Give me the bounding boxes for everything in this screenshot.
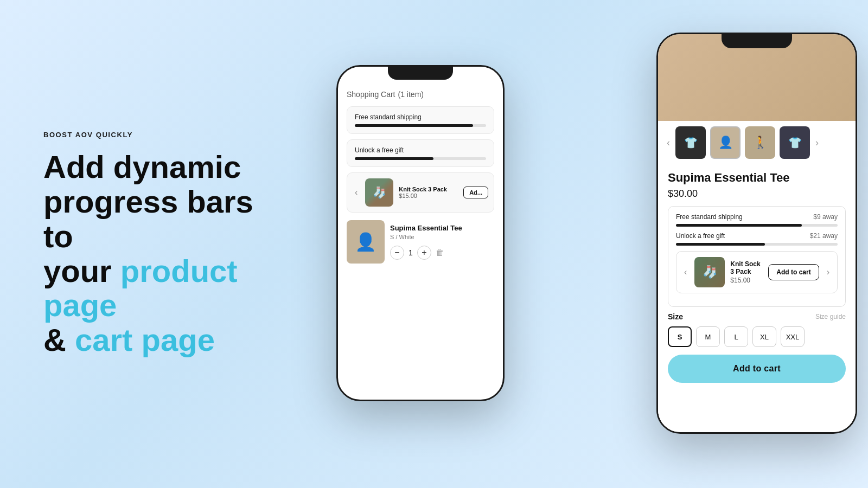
headline-cart-page: cart page bbox=[75, 322, 215, 357]
qty-control: − 1 + 🗑 bbox=[390, 246, 494, 260]
product-upsell-next-button[interactable]: › bbox=[825, 267, 832, 277]
headline-line2: progress bars to bbox=[43, 184, 253, 254]
product-upsell-name: Knit Sock 3 Pack bbox=[730, 260, 763, 275]
sock-icon: 🧦 bbox=[694, 257, 725, 287]
headline-line4-prefix: & bbox=[43, 322, 75, 357]
product-progress-gift-label: Unlock a free gift bbox=[676, 232, 725, 240]
cart-phone: Shopping Cart (1 item) Free standard shi… bbox=[336, 65, 505, 401]
thumb-prev-icon[interactable]: ‹ bbox=[666, 137, 671, 149]
upsell-name: Knit Sock 3 Pack bbox=[399, 186, 458, 192]
size-section: Size Size guide bbox=[668, 312, 846, 321]
product-progress-shipping-label: Free standard shipping bbox=[676, 213, 743, 221]
phones-section: Shopping Cart (1 item) Free standard shi… bbox=[304, 0, 868, 488]
thumbnails-row: ‹ 👕 👤 🚶 👕 › bbox=[658, 121, 856, 164]
upsell-info: Knit Sock 3 Pack $15.00 bbox=[399, 186, 458, 199]
product-upsell-info: Knit Sock 3 Pack $15.00 bbox=[730, 260, 763, 284]
product-price: $30.00 bbox=[668, 188, 846, 200]
product-phone-content: ‹ 👕 👤 🚶 👕 › Supima Essential Tee $30.0 bbox=[658, 34, 856, 432]
size-btn-s[interactable]: S bbox=[668, 326, 692, 347]
upsell-prev-button[interactable]: ‹ bbox=[353, 188, 360, 197]
cart-progress-gift-fill bbox=[355, 157, 433, 160]
eyebrow: BOOST AOV QUICKLY bbox=[43, 131, 271, 139]
product-name: Supima Essential Tee bbox=[668, 171, 846, 185]
product-info-section: Supima Essential Tee $30.00 Free standar… bbox=[658, 164, 856, 432]
cart-phone-notch bbox=[388, 67, 453, 80]
size-btn-l[interactable]: L bbox=[724, 326, 748, 347]
size-btn-xl[interactable]: XL bbox=[752, 326, 776, 347]
upsell-price: $15.00 bbox=[399, 192, 458, 199]
size-btn-xxl[interactable]: XXL bbox=[781, 326, 805, 347]
product-progress-gift-bg bbox=[676, 243, 838, 246]
headline-line1: Add dynamic bbox=[43, 149, 241, 184]
product-upsell-row: ‹ 🧦 Knit Sock 3 Pack $15.00 Add to cart … bbox=[676, 251, 838, 293]
size-options: S M L XL XXL bbox=[668, 326, 846, 347]
product-progress-shipping-bg bbox=[676, 224, 838, 227]
product-progress-gift-fill bbox=[676, 243, 765, 246]
product-upsell-add-button[interactable]: Add to cart bbox=[768, 264, 819, 280]
cart-product-name: Supima Essential Tee bbox=[390, 224, 494, 232]
product-progress-card: Free standard shipping $9 away Unlock a … bbox=[668, 206, 846, 307]
product-phone: ‹ 👕 👤 🚶 👕 › Supima Essential Tee $30.0 bbox=[656, 33, 857, 434]
product-progress-shipping-away: $9 away bbox=[813, 213, 838, 221]
thumb-3[interactable]: 🚶 bbox=[745, 126, 775, 159]
cart-title: Shopping Cart (1 item) bbox=[347, 88, 494, 100]
tshirt-navy-icon: 👕 bbox=[788, 136, 802, 149]
product-progress-gift-row: Unlock a free gift $21 away bbox=[676, 232, 838, 240]
thumb-next-icon[interactable]: › bbox=[814, 137, 820, 149]
cart-phone-content: Shopping Cart (1 item) Free standard shi… bbox=[338, 67, 503, 400]
product-phone-notch bbox=[722, 34, 792, 48]
delete-item-icon[interactable]: 🗑 bbox=[436, 248, 444, 258]
size-label: Size bbox=[668, 312, 683, 321]
cart-upsell-row: ‹ 🧦 Knit Sock 3 Pack $15.00 Ad... bbox=[347, 172, 494, 213]
cart-product-variant: S / White bbox=[390, 234, 494, 240]
product-upsell-price: $15.00 bbox=[730, 277, 763, 284]
cart-upsell-add-button[interactable]: Ad... bbox=[463, 187, 488, 198]
qty-decrease-button[interactable]: − bbox=[390, 246, 404, 260]
product-upsell-prev-button[interactable]: ‹ bbox=[682, 267, 689, 277]
qty-number: 1 bbox=[409, 248, 413, 257]
product-upsell-sock-image: 🧦 bbox=[694, 257, 725, 287]
headline-line3-prefix: your bbox=[43, 253, 120, 288]
cart-progress-shipping-label: Free standard shipping bbox=[355, 113, 486, 121]
headline: Add dynamic progress bars to your produc… bbox=[43, 150, 271, 357]
tshirt-dark-icon: 👕 bbox=[684, 136, 698, 149]
cart-product-row: 👤 Supima Essential Tee S / White − 1 + 🗑 bbox=[347, 220, 494, 264]
size-guide[interactable]: Size guide bbox=[815, 313, 846, 320]
thumb-4[interactable]: 👕 bbox=[780, 126, 810, 159]
size-btn-m[interactable]: M bbox=[696, 326, 720, 347]
add-to-cart-main-button[interactable]: Add to cart bbox=[668, 355, 846, 383]
thumb-2[interactable]: 👤 bbox=[710, 126, 741, 159]
thumb-1[interactable]: 👕 bbox=[675, 126, 706, 159]
cart-progress-gift: Unlock a free gift bbox=[347, 139, 494, 167]
qty-increase-button[interactable]: + bbox=[417, 246, 431, 260]
cart-progress-gift-bg bbox=[355, 157, 486, 160]
product-progress-gift-away: $21 away bbox=[810, 232, 838, 240]
cart-product-image: 👤 bbox=[347, 220, 385, 264]
cart-product-info: Supima Essential Tee S / White − 1 + 🗑 bbox=[390, 224, 494, 260]
upsell-sock-image: 🧦 bbox=[365, 178, 393, 207]
cart-progress-shipping-bg bbox=[355, 124, 486, 127]
product-progress-shipping-row: Free standard shipping $9 away bbox=[676, 213, 838, 221]
cart-progress-gift-label: Unlock a free gift bbox=[355, 146, 486, 154]
left-section: BOOST AOV QUICKLY Add dynamic progress b… bbox=[0, 98, 304, 390]
cart-progress-shipping-fill bbox=[355, 124, 473, 127]
product-progress-shipping-fill bbox=[676, 224, 802, 227]
cart-item-count: (1 item) bbox=[398, 90, 424, 99]
cart-progress-shipping: Free standard shipping bbox=[347, 106, 494, 134]
